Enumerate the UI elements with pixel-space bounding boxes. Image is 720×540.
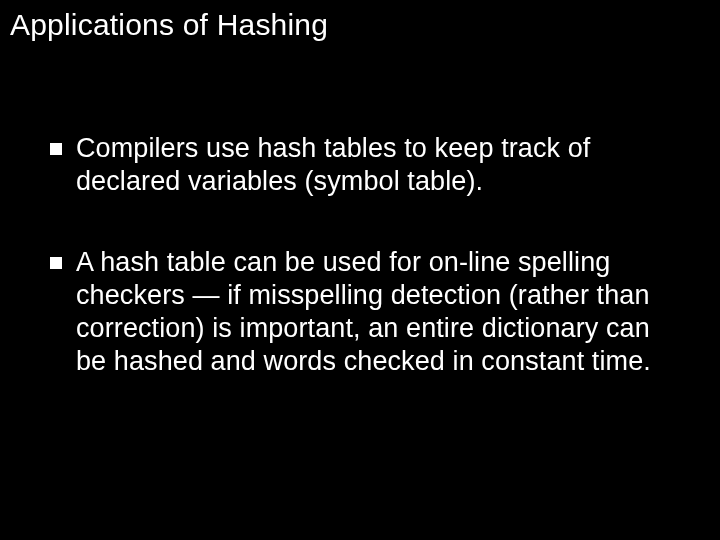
bullet-marker-icon: [50, 257, 62, 269]
bullet-text: A hash table can be used for on-line spe…: [76, 246, 670, 378]
slide-title: Applications of Hashing: [0, 0, 720, 42]
bullet-item: A hash table can be used for on-line spe…: [50, 246, 670, 378]
slide: Applications of Hashing Compilers use ha…: [0, 0, 720, 540]
bullet-item: Compilers use hash tables to keep track …: [50, 132, 670, 198]
bullet-marker-icon: [50, 143, 62, 155]
slide-content: Compilers use hash tables to keep track …: [0, 42, 720, 378]
bullet-text: Compilers use hash tables to keep track …: [76, 132, 670, 198]
